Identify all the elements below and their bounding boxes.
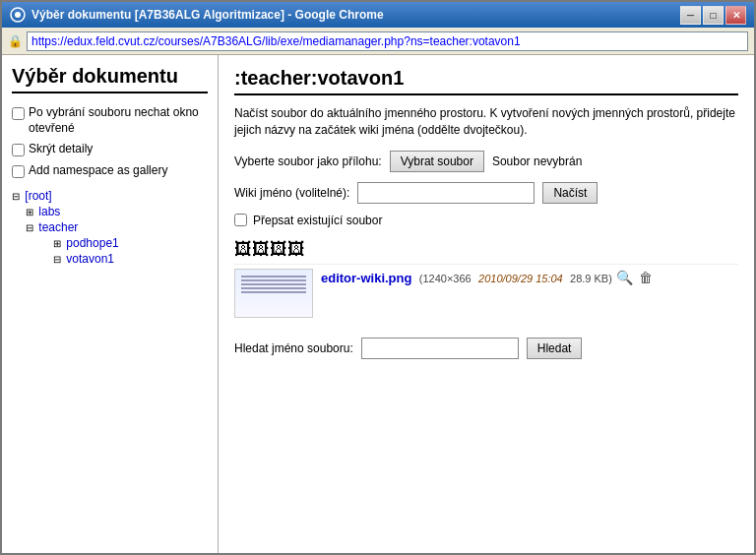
title-bar-controls: ─ □ ✕ xyxy=(680,6,746,25)
lock-icon: 🔒 xyxy=(8,34,23,48)
file-name-row: editor-wiki.png (1240×366 2010/09/29 15:… xyxy=(321,269,738,286)
wiki-name-row: Wiki jméno (volitelné): Načíst xyxy=(234,182,738,204)
labs-expand-icon: ⊞ xyxy=(26,207,33,217)
overwrite-label: Přepsat existující soubor xyxy=(253,214,382,227)
file-dimensions: (1240×366 xyxy=(419,273,472,284)
tree-labs-container: ⊞ labs xyxy=(12,204,208,219)
thumb-line-5 xyxy=(241,291,306,293)
maximize-button[interactable]: □ xyxy=(703,6,724,25)
labs-link[interactable]: labs xyxy=(38,205,60,218)
tree-teacher[interactable]: ⊟ teacher xyxy=(26,219,208,235)
tree-teacher-container: ⊟ teacher ⊞ podhope1 ⊟ votavon1 xyxy=(12,219,208,267)
thumb-lines xyxy=(241,276,306,295)
chrome-icon xyxy=(10,7,26,23)
file-thumbnail xyxy=(234,269,313,318)
teacher-link[interactable]: teacher xyxy=(38,220,78,234)
main-window: Výběr dokumentu [A7B36ALG Algoritmizace]… xyxy=(0,0,756,555)
overwrite-checkbox[interactable] xyxy=(234,214,247,226)
thumb-line-1 xyxy=(241,276,306,278)
file-info: editor-wiki.png (1240×366 2010/09/29 15:… xyxy=(321,269,738,286)
description-text: Načíst soubor do aktuálního jmenného pro… xyxy=(234,105,738,139)
file-type-icons: 🖼🖼🖼🖼 xyxy=(234,239,305,260)
right-heading: :teacher:votavon1 xyxy=(234,67,738,95)
votavon1-link[interactable]: votavon1 xyxy=(66,252,114,266)
root-link[interactable]: [root] xyxy=(25,189,51,203)
window-title: Výběr dokumentu [A7B36ALG Algoritmizace]… xyxy=(32,8,384,22)
delete-icon[interactable]: 🗑 xyxy=(637,269,655,286)
tree-podhope-container: ⊞ podhope1 xyxy=(26,235,208,251)
thumb-inner xyxy=(235,270,312,317)
search-row: Hledat jméno souboru: Hledat xyxy=(234,338,738,359)
file-listing: 🖼🖼🖼🖼 xyxy=(234,239,738,322)
thumb-line-2 xyxy=(241,279,306,281)
tree-labs[interactable]: ⊞ labs xyxy=(26,204,208,219)
search-input[interactable] xyxy=(361,338,519,359)
file-size: 28.9 KB) xyxy=(570,273,612,284)
keep-open-label: Po vybrání souboru nechat okno otevřené xyxy=(29,105,208,136)
checkbox-gallery: Add namespace as gallery xyxy=(12,163,208,179)
checkbox-keep-open: Po vybrání souboru nechat okno otevřené xyxy=(12,105,208,136)
file-icons-row: 🖼🖼🖼🖼 xyxy=(234,239,738,260)
file-date: 2010/09/29 15:04 xyxy=(478,273,563,284)
left-panel: Výběr dokumentu Po vybrání souboru necha… xyxy=(2,55,219,553)
address-bar: 🔒 xyxy=(2,28,754,55)
tree-podhope1[interactable]: ⊞ podhope1 xyxy=(53,235,208,251)
gallery-checkbox[interactable] xyxy=(12,165,25,178)
search-label: Hledat jméno souboru: xyxy=(234,341,353,355)
file-name-link[interactable]: editor-wiki.png xyxy=(321,271,411,285)
close-button[interactable]: ✕ xyxy=(725,6,746,25)
address-input[interactable] xyxy=(27,31,748,51)
thumb-line-3 xyxy=(241,283,306,285)
podhope-expand-icon: ⊞ xyxy=(53,238,61,249)
keep-open-checkbox[interactable] xyxy=(12,107,25,120)
title-bar-text: Výběr dokumentu [A7B36ALG Algoritmizace]… xyxy=(10,7,384,23)
load-button[interactable]: Načíst xyxy=(542,182,598,204)
hide-details-label: Skrýt detaily xyxy=(29,142,93,157)
votavon-expand-icon: ⊟ xyxy=(53,254,61,265)
upload-row: Vyberte soubor jako přílohu: Vybrat soub… xyxy=(234,151,738,172)
teacher-expand-icon: ⊟ xyxy=(26,222,33,233)
wiki-name-input[interactable] xyxy=(357,182,535,204)
title-bar: Výběr dokumentu [A7B36ALG Algoritmizace]… xyxy=(2,2,754,28)
gallery-label: Add namespace as gallery xyxy=(29,163,167,179)
magnify-icon[interactable]: 🔍 xyxy=(615,269,633,286)
search-button[interactable]: Hledat xyxy=(527,338,583,359)
choose-file-button[interactable]: Vybrat soubor xyxy=(390,151,484,172)
file-tree: ⊟ [root] ⊞ labs ⊟ teacher xyxy=(12,188,208,267)
tree-root[interactable]: ⊟ [root] xyxy=(12,188,208,204)
tree-votavon-container: ⊟ votavon1 xyxy=(26,251,208,267)
thumb-line-4 xyxy=(241,287,306,289)
podhope1-link[interactable]: podhope1 xyxy=(66,236,118,250)
file-status: Soubor nevybrán xyxy=(492,154,582,168)
root-expand-icon: ⊟ xyxy=(12,191,20,202)
file-entry: editor-wiki.png (1240×366 2010/09/29 15:… xyxy=(234,264,738,322)
right-panel: :teacher:votavon1 Načíst soubor do aktuá… xyxy=(219,55,754,553)
minimize-button[interactable]: ─ xyxy=(680,6,701,25)
wiki-label: Wiki jméno (volitelné): xyxy=(234,186,349,200)
svg-point-1 xyxy=(15,12,21,18)
hide-details-checkbox[interactable] xyxy=(12,144,25,156)
checkbox-hide-details: Skrýt detaily xyxy=(12,142,208,157)
file-label: Vyberte soubor jako přílohu: xyxy=(234,154,382,168)
content-area: Výběr dokumentu Po vybrání souboru necha… xyxy=(2,55,754,553)
overwrite-row: Přepsat existující soubor xyxy=(234,214,738,227)
tree-votavon1[interactable]: ⊟ votavon1 xyxy=(53,251,208,267)
left-heading: Výběr dokumentu xyxy=(12,65,208,93)
